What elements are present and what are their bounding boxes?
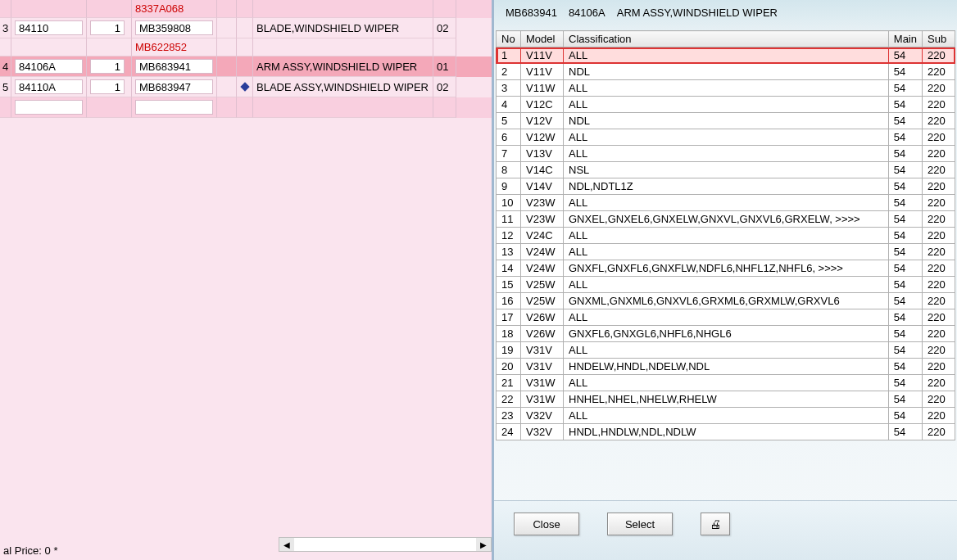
scroll-left-icon[interactable]: ◀ <box>279 538 294 551</box>
model-row[interactable]: 21V31WALL54220 <box>497 375 955 391</box>
model-cell-model: V24C <box>521 228 564 244</box>
parts-cell-tail <box>433 0 456 18</box>
cell-input[interactable] <box>15 100 83 115</box>
model-cell-sub: 220 <box>923 178 955 195</box>
parts-cell-code[interactable]: 84110 <box>11 18 87 38</box>
parts-table: 8337A0683841101MB359808BLADE,WINDSHIELD … <box>0 0 492 118</box>
model-cell-sub: 220 <box>923 129 955 146</box>
model-cell-sub: 220 <box>923 424 955 440</box>
model-cell-no: 11 <box>497 211 521 228</box>
model-row[interactable]: 20V31VHNDELW,HNDL,NDELW,NDL54220 <box>497 359 955 375</box>
parts-row[interactable]: 8337A068 <box>0 0 492 18</box>
parts-cell-desc <box>253 0 433 18</box>
col-no[interactable]: No <box>497 31 521 47</box>
horizontal-scrollbar[interactable]: ◀ ▶ <box>279 537 492 552</box>
cell-input[interactable]: 84106A <box>15 59 83 74</box>
parts-cell-qty[interactable]: 1 <box>87 56 132 77</box>
cell-input[interactable]: 1 <box>90 20 125 35</box>
model-cell-model: V14V <box>521 178 564 195</box>
model-cell-no: 4 <box>497 97 521 113</box>
parts-cell-qty[interactable] <box>87 97 132 118</box>
model-cell-no: 20 <box>497 359 521 375</box>
cell-input[interactable]: 84110 <box>15 20 83 35</box>
parts-cell-code[interactable] <box>11 0 87 18</box>
cell-input[interactable]: 1 <box>90 79 125 94</box>
cell-input[interactable]: 84110A <box>15 79 83 94</box>
model-cell-cls: GNXFL,GNXFL6,GNXFLW,NDFL6,NHFL1Z,NHFL6, … <box>564 260 889 277</box>
parts-cell-code[interactable]: 84110A <box>11 77 87 97</box>
parts-row[interactable]: 484106A1MB683941ARM ASSY,WINDSHIELD WIPE… <box>0 56 492 77</box>
model-row[interactable]: 9V14VNDL,NDTL1Z54220 <box>497 178 955 195</box>
model-row[interactable]: 3V11WALL54220 <box>497 80 955 97</box>
parts-cell-partno[interactable] <box>132 97 217 118</box>
parts-cell-icon <box>237 56 253 77</box>
parts-cell-partno[interactable]: 8337A068 <box>132 0 217 18</box>
cell-input[interactable]: 1 <box>90 59 125 74</box>
scroll-right-icon[interactable]: ▶ <box>476 538 491 551</box>
close-button[interactable]: Close <box>514 513 579 535</box>
col-model[interactable]: Model <box>521 31 564 47</box>
parts-cell-partno[interactable]: MB622852 <box>132 38 217 56</box>
model-cell-main: 54 <box>888 326 922 342</box>
parts-cell-partno[interactable]: MB683947 <box>132 77 217 97</box>
parts-cell-qty[interactable] <box>87 38 132 56</box>
parts-cell-partno[interactable]: MB359808 <box>132 18 217 38</box>
model-row[interactable]: 17V26WALL54220 <box>497 309 955 326</box>
parts-cell-qty[interactable]: 1 <box>87 18 132 38</box>
cell-input[interactable]: MB683941 <box>135 59 213 74</box>
select-button[interactable]: Select <box>607 513 673 535</box>
cell-input[interactable]: MB359808 <box>135 20 213 35</box>
model-row[interactable]: 6V12WALL54220 <box>497 129 955 146</box>
model-row[interactable]: 24V32VHNDL,HNDLW,NDL,NDLW54220 <box>497 424 955 440</box>
model-row[interactable]: 19V31VALL54220 <box>497 342 955 359</box>
model-row[interactable]: 2V11VNDL54220 <box>497 64 955 80</box>
price-footer: al Price: 0 * <box>0 543 61 558</box>
parts-cell-qty[interactable] <box>87 0 132 18</box>
model-row[interactable]: 13V24WALL54220 <box>497 244 955 260</box>
model-row[interactable]: 11V23WGNXEL,GNXEL6,GNXELW,GNXVL,GNXVL6,G… <box>497 211 955 228</box>
model-row[interactable]: 8V14CNSL54220 <box>497 162 955 178</box>
parts-row[interactable]: 3841101MB359808BLADE,WINDSHIELD WIPER02 <box>0 18 492 38</box>
model-row[interactable]: 16V25WGNXML,GNXML6,GNXVL6,GRXML6,GRXMLW,… <box>497 293 955 309</box>
parts-cell-partno[interactable]: MB683941 <box>132 56 217 77</box>
model-cell-no: 16 <box>497 293 521 309</box>
model-cell-cls: ALL <box>564 195 889 211</box>
model-row[interactable]: 23V32VALL54220 <box>497 408 955 424</box>
model-cell-sub: 220 <box>923 146 955 162</box>
col-main[interactable]: Main <box>888 31 922 47</box>
model-row[interactable]: 22V31WHNHEL,NHEL,NHELW,RHELW54220 <box>497 391 955 408</box>
model-row[interactable]: 12V24CALL54220 <box>497 228 955 244</box>
model-row[interactable]: 7V13VALL54220 <box>497 146 955 162</box>
model-cell-no: 3 <box>497 80 521 97</box>
cell-input[interactable]: MB683947 <box>135 79 213 94</box>
parts-row[interactable]: 584110A1MB683947BLADE ASSY,WINDSHIELD WI… <box>0 77 492 97</box>
parts-row[interactable]: MB622852 <box>0 38 492 56</box>
model-cell-sub: 220 <box>923 211 955 228</box>
parts-cell-code[interactable]: 84106A <box>11 56 87 77</box>
parts-cell-qty[interactable]: 1 <box>87 77 132 97</box>
model-row[interactable]: 4V12CALL54220 <box>497 97 955 113</box>
model-row[interactable]: 15V25WALL54220 <box>497 277 955 293</box>
model-row[interactable]: 5V12VNDL54220 <box>497 113 955 129</box>
model-cell-main: 54 <box>888 342 922 359</box>
model-cell-sub: 220 <box>923 391 955 408</box>
print-button[interactable]: 🖨 <box>701 513 730 535</box>
model-row[interactable]: 10V23WALL54220 <box>497 195 955 211</box>
scroll-track[interactable] <box>294 538 476 551</box>
parts-row[interactable] <box>0 97 492 118</box>
model-cell-sub: 220 <box>923 260 955 277</box>
col-classification[interactable]: Classification <box>564 31 889 47</box>
model-cell-model: V11V <box>521 64 564 80</box>
model-cell-cls: ALL <box>564 228 889 244</box>
parts-cell-tail: 02 <box>433 77 456 97</box>
model-row[interactable]: 1V11VALL54220 <box>497 47 955 64</box>
cell-input[interactable] <box>135 100 213 115</box>
col-sub[interactable]: Sub <box>923 31 955 47</box>
parts-cell-code[interactable] <box>11 38 87 56</box>
parts-cell-idx: 4 <box>0 56 11 77</box>
model-cell-sub: 220 <box>923 375 955 391</box>
parts-cell-code[interactable] <box>11 97 87 118</box>
model-cell-cls: ALL <box>564 342 889 359</box>
model-row[interactable]: 14V24WGNXFL,GNXFL6,GNXFLW,NDFL6,NHFL1Z,N… <box>497 260 955 277</box>
model-row[interactable]: 18V26WGNXFL6,GNXGL6,NHFL6,NHGL654220 <box>497 326 955 342</box>
